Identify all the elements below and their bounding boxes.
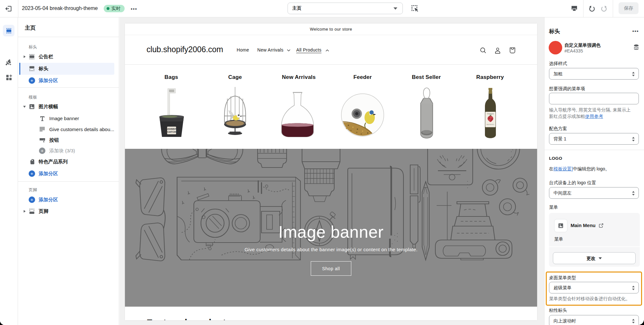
- svg-text:Organica: Organica: [487, 113, 494, 115]
- svg-text:CATCH: CATCH: [167, 130, 176, 133]
- svg-text:RASPBERRY: RASPBERRY: [487, 124, 495, 125]
- svg-text:JOHNNY: JOHNNY: [167, 128, 176, 130]
